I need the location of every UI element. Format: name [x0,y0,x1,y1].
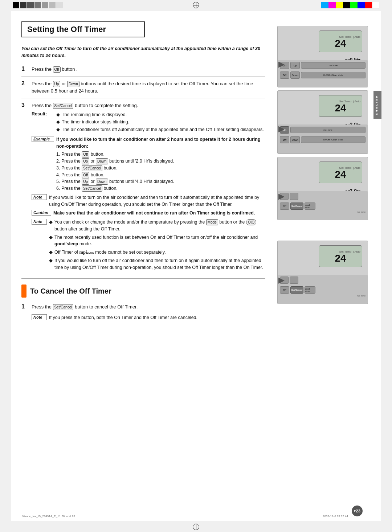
note2-row: Note ◆You can check or change the mode a… [32,219,265,272]
caution-label: Caution [32,210,51,216]
step-3-content: Press the Set/Cancel button to complete … [32,102,138,109]
english-tab: ENGLISH [373,91,381,119]
step-1: 1 Press the Off button . [21,66,265,73]
cancel-note-content: If you press the button, both the On Tim… [49,314,197,321]
section-title-box: Setting the Off Timer [21,21,145,37]
step-1-content: Press the Off button . [32,66,78,73]
result-row: Result: ◆The remaining time is displayed… [32,111,265,134]
note1-row: Note If you would like to turn on the ai… [32,194,265,208]
step-3: 3 Press the Set/Cancel button to complet… [21,102,265,109]
step-3-num: 3 [21,102,32,109]
example-row: Example If you would like to turn the ai… [32,136,265,192]
intro-text: You can set the Off Timer to turn off th… [21,45,265,59]
cancel-note-row: Note If you press the button, both the O… [32,314,265,321]
cancel-section-title: To Cancel the Off Timer [21,285,265,298]
example-label: Example [32,136,54,142]
result-label: Result: [32,111,56,134]
result-content: ◆The remaining time is displayed. ◆The t… [56,111,264,134]
footer-right: 2007-12-6 13:12:44 [323,515,348,518]
page-title: Setting the Off Timer [27,25,139,34]
step-1-num: 1 [21,66,32,72]
caution-content: Make sure that the air conditioner will … [53,210,255,217]
remote-image-1: Set Temp. | Auto 24 Off0.5hr On Up mpi z… [277,26,368,87]
caution-row: Caution Make sure that the air condition… [32,210,265,217]
cancel-note-label: Note [32,314,47,320]
cancel-step-1-content: Press the Set/Cancel button to cancel th… [32,303,138,311]
remote-image-3: Set Temp. | Auto 24 Off3.0hr Off Set/Can… [277,157,368,220]
step-2-content: Press the Up or Down buttons until the d… [32,80,265,94]
page-number: E23 [352,506,363,516]
note1-content: If you would like to turn on the air con… [49,194,265,208]
remote-image-2: Set Temp. | Auto 24 Off3.0hr Up mpi zone… [277,90,368,154]
cancel-marker [21,285,26,298]
footer-left: Vivace_Inv_IB_28491A_E_11.28.indd 23 [22,515,75,518]
cancel-step-1: 1 Press the Set/Cancel button to cancel … [21,303,265,311]
example-content: If you would like to turn the air condit… [56,136,265,192]
step-2: 2 Press the Up or Down buttons until the… [21,80,265,94]
step-2-num: 2 [21,80,32,87]
remote-image-4: Set Temp. | Auto 24 Off Set/Cancel good … [277,241,368,304]
cancel-step-1-num: 1 [21,303,32,310]
cancel-title: To Cancel the Off Timer [30,287,111,295]
note2-content: ◆You can check or change the mode and/or… [49,219,265,272]
note1-label: Note [32,194,47,200]
note2-label: Note [32,219,47,225]
